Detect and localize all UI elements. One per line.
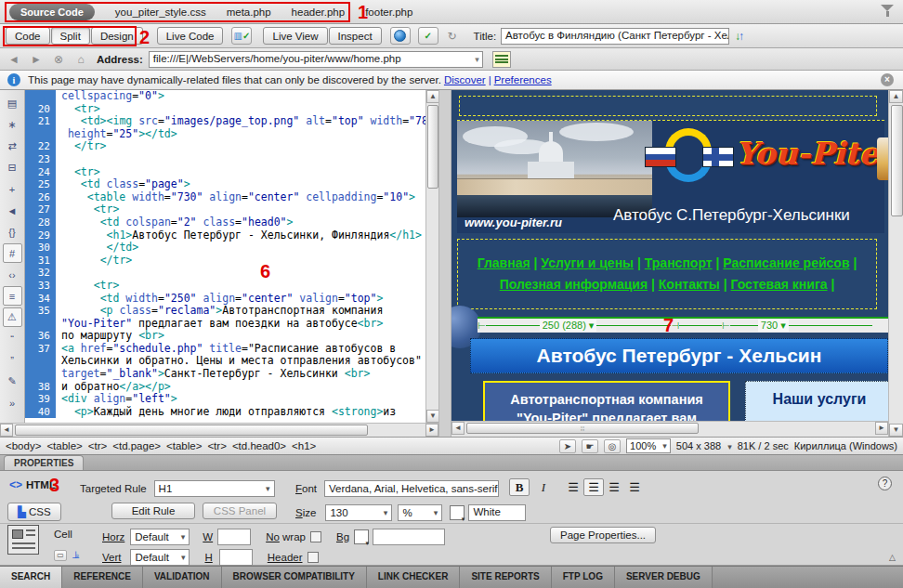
address-input[interactable]: file:///E|/WebServers/home/you-piter/www…: [149, 51, 483, 68]
collapse-panel-icon[interactable]: △: [889, 553, 896, 562]
code-line[interactable]: 36по маршруту <br>: [25, 330, 425, 343]
site-header-image[interactable]: You-Piter Автобус С.Петербург-Хельсинки …: [457, 120, 884, 233]
code-line[interactable]: "You-Piter" предлагает вам поездки на ав…: [25, 318, 425, 331]
refresh-icon[interactable]: ↻: [444, 28, 461, 45]
tag-selector-item[interactable]: <td.head0>: [232, 440, 286, 451]
header-checkbox[interactable]: [308, 552, 319, 563]
code-line[interactable]: 21 <td><img src="images/page_top.png" al…: [25, 115, 425, 128]
column-width-label[interactable]: 250 (288) ▾: [540, 320, 597, 332]
related-file-tab[interactable]: header.php: [292, 7, 346, 18]
live-view-button[interactable]: Live View: [263, 27, 327, 45]
code-line[interactable]: cellspacing="0">: [25, 90, 425, 103]
tag-selector-item[interactable]: <table>: [46, 440, 82, 451]
expand-all-icon[interactable]: +: [3, 179, 22, 199]
results-tab-validation[interactable]: VALIDATION: [143, 567, 222, 588]
cell-height-input[interactable]: [219, 549, 253, 566]
page-properties-button[interactable]: Page Properties...: [550, 527, 656, 543]
design-horizontal-scrollbar[interactable]: ◄ ⁞⁞ ►: [452, 421, 888, 437]
related-file-tab[interactable]: meta.php: [227, 7, 271, 18]
design-vertical-scrollbar[interactable]: ▲ ▼: [888, 90, 903, 437]
text-color-swatch[interactable]: [450, 505, 465, 520]
code-view-button[interactable]: Code: [6, 27, 50, 45]
word-wrap-icon[interactable]: ≡: [3, 286, 22, 306]
discover-link[interactable]: Discover: [444, 74, 486, 85]
code-line[interactable]: 22 </tr>: [25, 140, 425, 153]
site-nav-link[interactable]: Гостевая книга: [731, 277, 828, 292]
results-tab-browser-compatibility[interactable]: BROWSER COMPATIBILITY: [222, 567, 367, 588]
tag-selector-item[interactable]: <h1>: [292, 440, 316, 451]
collapse-full-tag-icon[interactable]: ⇄: [3, 137, 22, 156]
results-tab-server-debug[interactable]: SERVER DEBUG: [615, 567, 713, 588]
code-vertical-scrollbar[interactable]: ▲ ▼: [425, 90, 438, 423]
code-line[interactable]: 39<div align="left">: [25, 393, 425, 406]
code-line[interactable]: 29 <h1>Автобус Петербург - Хельсинки, Фи…: [25, 229, 425, 242]
services-cell[interactable]: Наши услуги: [745, 381, 888, 421]
stop-icon[interactable]: ⊗: [50, 51, 67, 68]
site-nav-link[interactable]: Расписание рейсов: [723, 255, 849, 270]
title-input[interactable]: Автобус в Финляндию (Санкт Петербург - Х…: [501, 28, 729, 45]
related-file-tab[interactable]: footer.php: [365, 7, 412, 18]
align-right-button[interactable]: ☰: [604, 478, 624, 496]
design-view[interactable]: You-Piter Автобус С.Петербург-Хельсинки …: [452, 90, 888, 421]
empty-table-region[interactable]: [459, 96, 877, 116]
font-select[interactable]: Verdana, Arial, Helvetica, sans-serif▾: [324, 480, 499, 497]
code-horizontal-scrollbar[interactable]: ◄ ►: [0, 423, 438, 437]
site-nav-link[interactable]: Транспорт: [645, 255, 713, 270]
split-view-divider[interactable]: [438, 90, 452, 437]
open-documents-icon[interactable]: ▤: [3, 94, 22, 113]
close-icon[interactable]: ×: [881, 73, 894, 86]
balance-braces-icon[interactable]: {}: [3, 222, 22, 242]
code-line[interactable]: 23: [25, 153, 425, 166]
code-line[interactable]: height="25"></td>: [25, 128, 425, 141]
results-tab-reference[interactable]: REFERENCE: [62, 567, 143, 588]
code-line[interactable]: 38и обратно</a></p>: [25, 381, 425, 394]
check-browser-compatibility-icon[interactable]: ▥✓: [231, 27, 252, 45]
tag-selector-item[interactable]: <tr>: [207, 440, 226, 451]
source-code-tab[interactable]: Source Code: [9, 4, 95, 20]
split-view-button[interactable]: Split: [51, 27, 90, 45]
view-options-icon[interactable]: [492, 51, 511, 68]
code-line[interactable]: 37<a href="schedule.php" title="Расписан…: [25, 343, 425, 356]
edit-rule-button[interactable]: Edit Rule: [111, 503, 195, 519]
page-heading-banner[interactable]: Автобус Петербург - Хельсин: [470, 338, 888, 373]
inspect-button[interactable]: Inspect: [329, 27, 382, 45]
code-line[interactable]: 40 <p>Каждый день многие люди отправляют…: [25, 406, 425, 419]
site-nav-link[interactable]: Полезная информация: [500, 277, 648, 292]
site-nav-link[interactable]: Услуги и цены: [541, 255, 634, 270]
merge-cells-icon[interactable]: ▭: [54, 550, 67, 561]
css-panel-button[interactable]: CSS Panel: [203, 503, 277, 519]
design-view-button[interactable]: Design: [91, 27, 143, 45]
filter-related-files-icon[interactable]: [881, 5, 896, 18]
recent-snippets-icon[interactable]: ✎: [3, 372, 22, 391]
italic-button[interactable]: I: [533, 478, 554, 496]
code-line[interactable]: 35 <p class="reclama">Автотранспортная к…: [25, 305, 425, 318]
table-width-label[interactable]: 730 ▾: [758, 320, 789, 332]
bg-color-swatch[interactable]: [354, 529, 369, 544]
size-unit-select[interactable]: %▾: [398, 504, 442, 521]
code-line[interactable]: Хельсинки и обратно. Цены и места отправ…: [25, 355, 425, 368]
pointer-tool-icon[interactable]: ➤: [559, 439, 576, 453]
preferences-link[interactable]: Preferences: [494, 74, 552, 85]
code-view[interactable]: cellspacing="0">20 <tr>21 <td><img src="…: [25, 90, 425, 423]
results-tab-search[interactable]: SEARCH: [0, 567, 62, 588]
zoom-level-select[interactable]: 100% ▾: [626, 438, 671, 453]
site-nav-link[interactable]: Контакты: [659, 277, 720, 292]
align-left-button[interactable]: ☰: [563, 478, 583, 496]
code-line[interactable]: 24 <tr>: [25, 166, 425, 179]
results-tab-ftp-log[interactable]: FTP LOG: [552, 567, 615, 588]
table-width-indicator[interactable]: ⊢ 250 (288) ▾ ⊣ ⊢ 730 ▾: [478, 317, 888, 333]
align-justify-button[interactable]: ☰: [624, 478, 645, 496]
code-line[interactable]: target="_blank">Санкт-Петербург - Хельси…: [25, 368, 425, 381]
code-line[interactable]: 33 <tr>: [25, 280, 425, 293]
horz-select[interactable]: Default▾: [130, 529, 190, 545]
css-mode-button[interactable]: ▙ CSS: [7, 503, 61, 521]
remove-comment-icon[interactable]: ”: [3, 350, 22, 370]
targeted-rule-select[interactable]: H1▾: [154, 480, 275, 497]
apply-comment-icon[interactable]: “: [3, 329, 22, 348]
tag-selector-item[interactable]: <tr>: [88, 440, 107, 451]
validate-markup-icon[interactable]: ✓: [418, 27, 438, 45]
code-line[interactable]: 20 <tr>: [25, 103, 425, 116]
tag-selector-item[interactable]: <td.page>: [112, 440, 161, 451]
code-line[interactable]: 26 <table width="730" align="center" cel…: [25, 191, 425, 204]
live-code-button[interactable]: Live Code: [157, 27, 224, 45]
